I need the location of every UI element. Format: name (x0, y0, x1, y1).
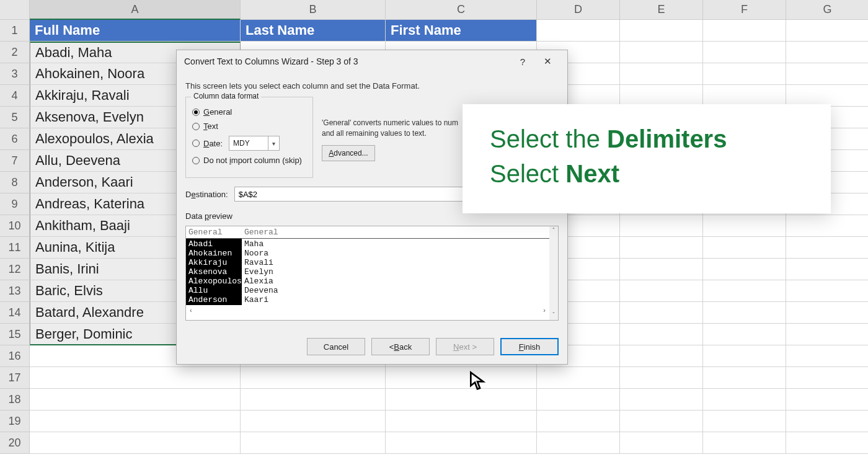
cell-F1[interactable] (703, 20, 786, 42)
dialog-title-bar[interactable]: Convert Text to Columns Wizard - Step 3 … (177, 50, 567, 73)
cell-D20[interactable] (537, 432, 620, 454)
cell-G19[interactable] (786, 410, 868, 432)
cell-A18[interactable] (30, 389, 241, 410)
cell-E13[interactable] (620, 280, 703, 302)
cell-B20[interactable] (241, 432, 386, 454)
row-header-5[interactable]: 5 (0, 107, 30, 128)
cell-G20[interactable] (786, 432, 868, 454)
row-header-4[interactable]: 4 (0, 85, 30, 107)
cell-A17[interactable] (30, 367, 241, 389)
column-header-D[interactable]: D (537, 0, 620, 20)
cell-F20[interactable] (703, 432, 786, 454)
cell-G18[interactable] (786, 389, 868, 410)
row-header-10[interactable]: 10 (0, 215, 30, 237)
cell-G3[interactable] (786, 63, 868, 85)
cell-E16[interactable] (620, 345, 703, 367)
cell-G13[interactable] (786, 280, 868, 302)
cell-E12[interactable] (620, 259, 703, 280)
row-header-11[interactable]: 11 (0, 237, 30, 259)
row-header-7[interactable]: 7 (0, 150, 30, 172)
cell-C1[interactable]: First Name (386, 20, 537, 42)
row-header-16[interactable]: 16 (0, 345, 30, 367)
radio-general[interactable]: General (192, 107, 306, 117)
row-header-19[interactable]: 19 (0, 410, 30, 432)
row-header-18[interactable]: 18 (0, 389, 30, 410)
cell-G16[interactable] (786, 345, 868, 367)
advanced-button[interactable]: Advanced... (322, 145, 375, 161)
column-header-F[interactable]: F (703, 0, 786, 20)
cell-E14[interactable] (620, 302, 703, 324)
cell-E20[interactable] (620, 432, 703, 454)
cell-D1[interactable] (537, 20, 620, 42)
column-header-E[interactable]: E (620, 0, 703, 20)
radio-date[interactable]: Date: MDY ▾ (192, 136, 306, 151)
preview-col-header-2[interactable]: General (242, 226, 298, 238)
cell-F4[interactable] (703, 85, 786, 107)
cell-D18[interactable] (537, 389, 620, 410)
preview-col-header-1[interactable]: General (186, 226, 242, 238)
date-format-dropdown[interactable]: MDY ▾ (229, 136, 280, 151)
column-header-B[interactable]: B (241, 0, 386, 20)
row-header-9[interactable]: 9 (0, 193, 30, 215)
row-header-15[interactable]: 15 (0, 324, 30, 345)
column-header-A[interactable]: A (30, 0, 241, 20)
cell-E17[interactable] (620, 367, 703, 389)
row-header-3[interactable]: 3 (0, 63, 30, 85)
cell-G12[interactable] (786, 259, 868, 280)
cell-A20[interactable] (30, 432, 241, 454)
cell-E15[interactable] (620, 324, 703, 345)
back-button[interactable]: < Back (371, 338, 430, 355)
cell-F18[interactable] (703, 389, 786, 410)
cell-G2[interactable] (786, 42, 868, 63)
help-icon[interactable]: ? (510, 53, 535, 70)
cell-E3[interactable] (620, 63, 703, 85)
cell-A1[interactable]: Full Name (30, 20, 241, 42)
cell-F10[interactable] (703, 215, 786, 237)
row-header-2[interactable]: 2 (0, 42, 30, 63)
row-header-17[interactable]: 17 (0, 367, 30, 389)
cell-G1[interactable] (786, 20, 868, 42)
cell-G4[interactable] (786, 85, 868, 107)
cell-F19[interactable] (703, 410, 786, 432)
preview-scrollbar-horizontal[interactable]: ‹› (186, 305, 549, 315)
cell-F12[interactable] (703, 259, 786, 280)
row-header-20[interactable]: 20 (0, 432, 30, 454)
cell-E18[interactable] (620, 389, 703, 410)
cell-D17[interactable] (537, 367, 620, 389)
cell-G11[interactable] (786, 237, 868, 259)
cell-B1[interactable]: Last Name (241, 20, 386, 42)
cell-F13[interactable] (703, 280, 786, 302)
cell-F16[interactable] (703, 345, 786, 367)
cell-D19[interactable] (537, 410, 620, 432)
preview-col-2[interactable]: Maha Noora Ravali Evelyn Alexia Deevena … (242, 239, 281, 305)
cell-E11[interactable] (620, 237, 703, 259)
cell-F11[interactable] (703, 237, 786, 259)
row-header-12[interactable]: 12 (0, 259, 30, 280)
cancel-button[interactable]: Cancel (307, 338, 365, 355)
data-preview[interactable]: General General Abadi Ahokainen Akkiraju… (185, 226, 559, 321)
cell-B19[interactable] (241, 410, 386, 432)
cell-G14[interactable] (786, 302, 868, 324)
row-header-13[interactable]: 13 (0, 280, 30, 302)
cell-F14[interactable] (703, 302, 786, 324)
cell-C17[interactable] (386, 367, 537, 389)
cell-B18[interactable] (241, 389, 386, 410)
row-header-14[interactable]: 14 (0, 302, 30, 324)
cell-E1[interactable] (620, 20, 703, 42)
cell-F2[interactable] (703, 42, 786, 63)
cell-G10[interactable] (786, 215, 868, 237)
cell-C20[interactable] (386, 432, 537, 454)
preview-scrollbar-vertical[interactable]: ˆˇ (549, 226, 558, 320)
cell-F17[interactable] (703, 367, 786, 389)
radio-skip[interactable]: Do not import column (skip) (192, 156, 306, 165)
radio-text[interactable]: Text (192, 122, 306, 131)
cell-F3[interactable] (703, 63, 786, 85)
cell-E2[interactable] (620, 42, 703, 63)
cell-C18[interactable] (386, 389, 537, 410)
preview-col-1[interactable]: Abadi Ahokainen Akkiraju Aksenova Alexop… (186, 239, 242, 305)
select-all-corner[interactable] (0, 0, 30, 20)
cell-E19[interactable] (620, 410, 703, 432)
row-header-6[interactable]: 6 (0, 128, 30, 150)
cell-G17[interactable] (786, 367, 868, 389)
cell-B17[interactable] (241, 367, 386, 389)
